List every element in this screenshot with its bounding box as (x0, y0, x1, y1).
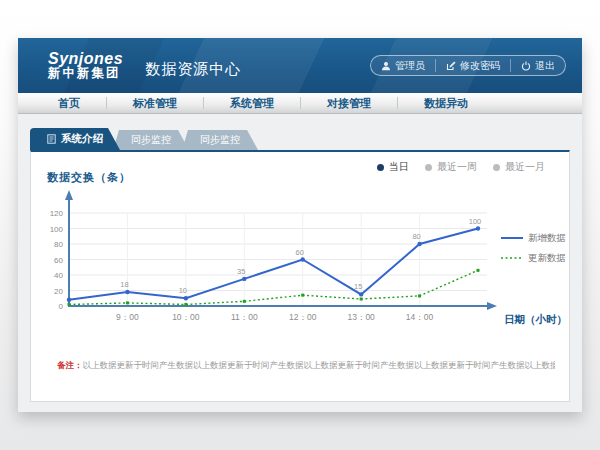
svg-text:新增数据: 新增数据 (528, 232, 566, 243)
tab-label: 同步监控 (131, 133, 171, 147)
footnote-label: 备注： (57, 360, 83, 370)
svg-text:20: 20 (54, 287, 63, 296)
nav-item-standard-mgmt[interactable]: 标准管理 (107, 97, 204, 109)
document-icon (47, 134, 56, 144)
svg-text:120: 120 (50, 209, 64, 218)
radio-dot-icon (425, 164, 432, 171)
user-icon (381, 61, 391, 71)
data-exchange-line-chart: 0204060801001209：0010：0011：0012：0013：001… (31, 186, 569, 336)
tab-system-intro[interactable]: 系统介绍 (30, 128, 120, 150)
user-toolbar: 管理员 修改密码 退出 (370, 55, 566, 76)
tab-label: 系统介绍 (61, 132, 103, 146)
radio-dot-icon (493, 164, 500, 171)
app-window: Synjones 新中新集团 数据资源中心 管理员 修改密码 退出 (18, 38, 582, 412)
nav-item-system-mgmt[interactable]: 系统管理 (204, 97, 301, 109)
current-user-button[interactable]: 管理员 (371, 59, 435, 72)
brand-logo-line2: 新中新集团 (48, 67, 123, 80)
svg-text:18: 18 (120, 280, 128, 289)
range-option-last-month[interactable]: 最近一月 (493, 160, 545, 174)
svg-text:15: 15 (354, 282, 362, 291)
chart-y-axis-title: 数据交换（条） (47, 170, 131, 185)
nav-item-data-change[interactable]: 数据异动 (398, 97, 494, 109)
svg-text:0: 0 (59, 302, 64, 311)
svg-text:12：00: 12：00 (289, 312, 317, 322)
current-user-label: 管理员 (395, 59, 425, 73)
range-option-last-week[interactable]: 最近一周 (425, 160, 477, 174)
page-title: 数据资源中心 (145, 60, 241, 79)
time-range-selector: 当日 最近一周 最近一月 (377, 160, 545, 174)
tab-bar: 系统介绍 同步监控 同步监控 (30, 128, 582, 150)
radio-dot-icon (377, 164, 384, 171)
footnote: 备注：以上数据更新于时间产生数据以上数据更新于时间产生数据以上数据更新于时间产生… (57, 360, 555, 372)
svg-text:14：00: 14：00 (406, 312, 434, 322)
content-panel: 当日 最近一周 最近一月 数据交换（条） 0204060801001209：00… (30, 150, 570, 402)
tab-sync-monitor-1[interactable]: 同步监控 (113, 130, 189, 150)
logout-label: 退出 (535, 59, 555, 73)
brand-logo-line1: Synjones (48, 51, 123, 68)
nav-item-interface-mgmt[interactable]: 对接管理 (301, 97, 398, 109)
tab-sync-monitor-2[interactable]: 同步监控 (182, 130, 258, 150)
svg-text:11：00: 11：00 (231, 312, 258, 322)
svg-text:60: 60 (296, 248, 304, 257)
edit-icon (446, 61, 456, 71)
change-password-label: 修改密码 (460, 59, 500, 73)
logout-button[interactable]: 退出 (510, 59, 565, 72)
change-password-button[interactable]: 修改密码 (435, 59, 510, 72)
app-header: Synjones 新中新集团 数据资源中心 管理员 修改密码 退出 (18, 38, 582, 93)
svg-text:13：00: 13：00 (347, 312, 375, 322)
power-icon (521, 61, 531, 71)
svg-text:80: 80 (54, 240, 63, 249)
svg-text:35: 35 (237, 267, 245, 276)
brand-logo: Synjones 新中新集团 (48, 51, 123, 81)
svg-text:100: 100 (469, 217, 482, 226)
svg-text:10：00: 10：00 (172, 312, 200, 322)
svg-text:10: 10 (179, 286, 187, 295)
range-option-label: 当日 (389, 160, 409, 174)
main-nav: 首页 标准管理 系统管理 对接管理 数据异动 (18, 93, 582, 114)
svg-text:9：00: 9：00 (116, 312, 139, 322)
svg-text:60: 60 (54, 256, 63, 265)
range-option-label: 最近一周 (437, 160, 477, 174)
nav-item-home[interactable]: 首页 (32, 97, 107, 109)
footnote-text: 以上数据更新于时间产生数据以上数据更新于时间产生数据以上数据更新于时间产生数据以… (83, 360, 556, 370)
range-option-today[interactable]: 当日 (377, 160, 409, 174)
range-option-label: 最近一月 (505, 160, 545, 174)
svg-text:日期（小时）: 日期（小时） (504, 313, 567, 326)
tab-label: 同步监控 (200, 133, 240, 147)
svg-text:80: 80 (412, 232, 420, 241)
svg-text:100: 100 (50, 225, 64, 234)
svg-text:40: 40 (54, 271, 63, 280)
svg-text:更新数据: 更新数据 (528, 252, 566, 263)
